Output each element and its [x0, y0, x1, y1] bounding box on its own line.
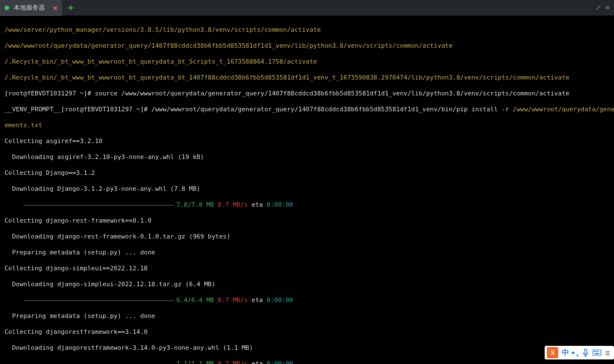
- progress-time: 0:00:00: [267, 201, 293, 208]
- svg-rect-4: [595, 353, 599, 354]
- terminal-output[interactable]: /www/server/python_manager/versions/3.8.…: [0, 16, 614, 364]
- add-tab-button[interactable]: +: [62, 2, 79, 13]
- svg-rect-3: [598, 351, 599, 352]
- tab-label: 本地服务器: [14, 3, 45, 12]
- progress-eta-label: eta: [248, 201, 267, 208]
- progress-bar-icon: [23, 205, 174, 206]
- expand-icon[interactable]: ⤢: [596, 4, 601, 11]
- microphone-icon[interactable]: [581, 347, 590, 358]
- close-icon[interactable]: ×: [53, 3, 57, 12]
- keyboard-icon[interactable]: [592, 347, 601, 358]
- pip-line: Preparing metadata (setup.py) ... done: [5, 312, 609, 320]
- svg-rect-2: [596, 351, 597, 352]
- tab-local-server[interactable]: 本地服务器 ×: [0, 0, 62, 16]
- shell-command: /www/wwwroot/querydata/generator_query/1…: [151, 106, 513, 113]
- shell-prompt: [root@fEBVDT1031297 ~]#: [5, 90, 95, 97]
- pip-line: Preparing metadata (setup.py) ... done: [5, 249, 609, 257]
- progress-time: 0:00:00: [267, 296, 293, 304]
- progress-eta-label: eta: [248, 296, 267, 304]
- progress-speed: 8.7 MB/s: [218, 360, 248, 364]
- svg-rect-0: [593, 350, 601, 355]
- path-line: /.Recycle_bin/_bt_www_bt_wwwroot_bt_quer…: [5, 74, 569, 81]
- path-line: /www/server/python_manager/versions/3.8.…: [5, 26, 321, 34]
- pip-line: Downloading djangorestframework-3.14.0-p…: [5, 344, 609, 352]
- progress-speed: 8.7 MB/s: [218, 201, 248, 208]
- pip-line: Collecting asgiref==3.2.10: [5, 137, 609, 145]
- svg-rect-1: [594, 351, 595, 352]
- ime-logo-icon[interactable]: S: [547, 347, 558, 358]
- ime-toolbar[interactable]: S 中 •, ≡: [545, 346, 614, 359]
- progress-speed: 8.7 MB/s: [218, 296, 248, 304]
- connection-indicator-icon: [5, 6, 9, 10]
- shell-command-path: /www/wwwroot/querydata/generator_query/r…: [513, 106, 614, 113]
- pip-line: Collecting Django==3.1.2: [5, 169, 609, 177]
- ime-menu-icon[interactable]: ≡: [604, 347, 612, 358]
- window-controls: ⤢ ≡: [596, 4, 614, 11]
- progress-done: 1.1/1.1 MB: [176, 360, 214, 364]
- path-line: /.Recycle_bin/_bt_www_bt_wwwroot_bt_quer…: [5, 58, 317, 65]
- progress-bar-icon: [23, 300, 174, 301]
- progress-eta-label: eta: [248, 360, 267, 364]
- pip-line: Downloading django-rest-framework-0.1.0.…: [5, 233, 609, 241]
- venv-prompt: __VENV_PROMPT__: [5, 106, 61, 113]
- shell-command: source /www/wwwroot/querydata/generator_…: [95, 90, 569, 97]
- ime-language-icon[interactable]: 中: [561, 347, 570, 358]
- progress-done: 7.8/7.8 MB: [176, 201, 214, 208]
- pip-line: Collecting django-rest-framework==0.1.0: [5, 217, 609, 225]
- pip-line: Downloading django-simpleui-2022.12.18.t…: [5, 281, 609, 288]
- pip-line: Collecting djangorestframework==3.14.0: [5, 328, 609, 336]
- progress-done: 6.4/6.4 MB: [176, 296, 214, 304]
- pip-line: Collecting django-simpleui==2022.12.18: [5, 265, 609, 273]
- shell-command-tail: ements.txt: [5, 122, 42, 129]
- menu-icon[interactable]: ≡: [605, 4, 609, 11]
- pip-line: Downloading Django-3.1.2-py3-none-any.wh…: [5, 185, 609, 193]
- progress-time: 0:00:00: [267, 360, 293, 364]
- shell-prompt: [root@fEBVDT1031297 ~]#: [61, 106, 151, 113]
- path-line: /www/wwwroot/querydata/generator_query/1…: [5, 42, 453, 49]
- ime-punctuation-icon[interactable]: •,: [572, 347, 579, 358]
- pip-line: Downloading asgiref-3.2.10-py3-none-any.…: [5, 153, 609, 161]
- tab-bar: 本地服务器 × + ⤢ ≡: [0, 0, 614, 16]
